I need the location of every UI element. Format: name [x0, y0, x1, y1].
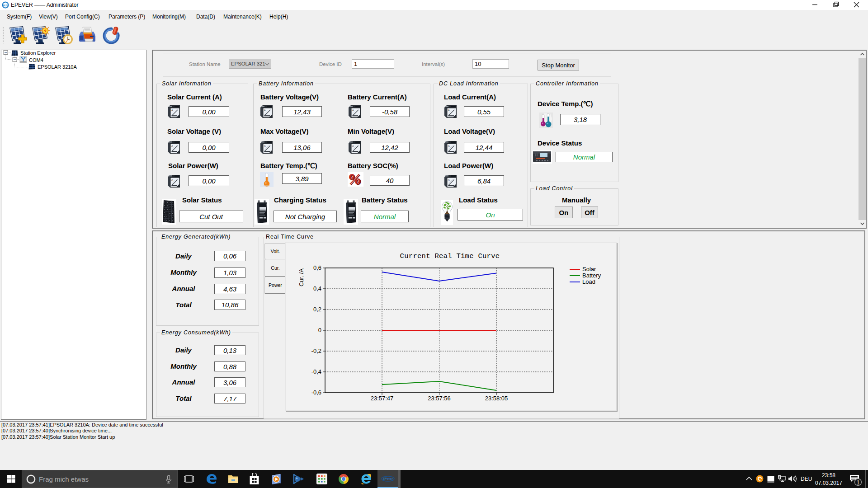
svg-text:-0,4: -0,4	[311, 368, 321, 375]
svg-text:-0,2: -0,2	[311, 347, 321, 354]
svg-text:0,4: 0,4	[313, 285, 321, 292]
svg-text:-0,6: -0,6	[311, 389, 321, 396]
svg-text:Battery: Battery	[582, 272, 601, 279]
svg-text:Solar: Solar	[582, 266, 596, 272]
svg-text:0,2: 0,2	[313, 306, 321, 313]
svg-text:23:58:05: 23:58:05	[485, 395, 508, 402]
svg-text:23:57:47: 23:57:47	[371, 395, 394, 402]
svg-text:Load: Load	[582, 278, 595, 285]
svg-text:Cur. /A: Cur. /A	[298, 268, 305, 286]
svg-text:23:57:56: 23:57:56	[428, 395, 451, 402]
svg-text:1: 1	[857, 479, 860, 486]
svg-text:0,6: 0,6	[313, 264, 321, 271]
svg-text:0: 0	[318, 327, 321, 333]
svg-text:BUS: BUS	[3, 4, 9, 7]
svg-text:Current Real Time Curve: Current Real Time Curve	[400, 252, 500, 260]
svg-text:EPever: EPever	[383, 477, 393, 480]
svg-text:%: %	[348, 172, 361, 187]
